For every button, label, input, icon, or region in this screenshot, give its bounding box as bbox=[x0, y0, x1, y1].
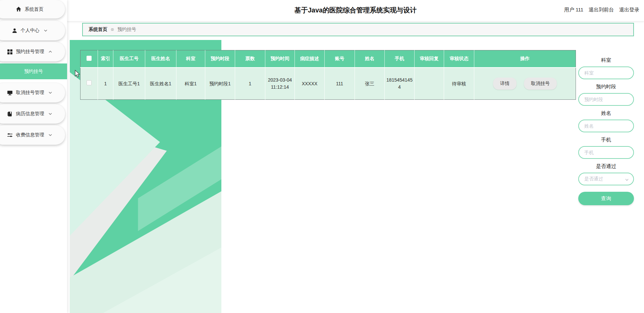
sidebar-subitem-label: 预约挂号 bbox=[24, 69, 43, 75]
select-all-checkbox[interactable] bbox=[87, 56, 92, 61]
select-all-cell bbox=[80, 50, 98, 68]
chevron-down-icon bbox=[625, 177, 629, 182]
col-header-phone: 手机 bbox=[385, 50, 415, 68]
department-label: 科室 bbox=[601, 57, 611, 63]
department-input[interactable] bbox=[578, 66, 634, 79]
col-header-actions: 操作 bbox=[474, 50, 576, 68]
col-header-symptoms: 病症描述 bbox=[295, 50, 325, 68]
appointment-table: 索引 医生工号 医生姓名 科室 预约时段 票数 预约时间 病症描述 账号 姓名 … bbox=[80, 50, 576, 100]
sidebar-item-cancel-mgmt[interactable]: 取消挂号管理 bbox=[0, 83, 65, 102]
phone-label: 手机 bbox=[601, 137, 611, 143]
logout-link[interactable]: 退出登录 bbox=[619, 7, 639, 13]
col-header-tickets: 票数 bbox=[235, 50, 265, 68]
chevron-down-icon bbox=[44, 29, 48, 33]
name-input[interactable] bbox=[578, 120, 634, 132]
cell-doctor-id: 医生工号1 bbox=[113, 68, 145, 100]
cell-name: 张三 bbox=[355, 68, 385, 100]
cell-phone: 18154541454 bbox=[385, 68, 415, 100]
current-user-label: 用户 111 bbox=[564, 7, 583, 13]
cell-actions: 详情 取消挂号 bbox=[474, 68, 576, 100]
detail-button[interactable]: 详情 bbox=[493, 78, 517, 90]
cell-appointment-time: 2023-03-04 11:12:14 bbox=[265, 68, 295, 100]
sidebar-item-appointment-mgmt[interactable]: 预约挂号管理 bbox=[0, 42, 65, 61]
sidebar-item-label: 取消挂号管理 bbox=[16, 90, 44, 96]
col-header-doctor-name: 医生姓名 bbox=[145, 50, 176, 68]
sidebar-item-fee-mgmt[interactable]: 收费信息管理 bbox=[0, 125, 65, 145]
cell-index: 1 bbox=[98, 68, 113, 100]
col-header-doctor-id: 医生工号 bbox=[113, 50, 145, 68]
query-button[interactable]: 查询 bbox=[578, 192, 634, 205]
row-checkbox[interactable] bbox=[87, 80, 92, 85]
sidebar-item-home[interactable]: 系统首页 bbox=[0, 0, 65, 18]
cell-review-status: 待审核 bbox=[444, 68, 474, 100]
cell-time-slot: 预约时段1 bbox=[205, 68, 235, 100]
chevron-up-icon bbox=[48, 50, 52, 54]
cell-symptoms: XXXXX bbox=[295, 68, 325, 100]
chevron-down-icon bbox=[48, 91, 52, 95]
sidebar-item-label: 系统首页 bbox=[25, 6, 44, 12]
cell-doctor-name: 医生姓名1 bbox=[145, 68, 176, 100]
col-header-review-status: 审核状态 bbox=[444, 50, 474, 68]
cell-review-reply bbox=[415, 68, 444, 100]
table-header-row: 索引 医生工号 医生姓名 科室 预约时段 票数 预约时间 病症描述 账号 姓名 … bbox=[80, 50, 576, 68]
time-slot-label: 预约时段 bbox=[596, 84, 616, 90]
monitor-icon bbox=[7, 90, 13, 96]
sidebar-item-label: 个人中心 bbox=[21, 28, 40, 34]
appointment-table-wrap: 索引 医生工号 医生姓名 科室 预约时段 票数 预约时间 病症描述 账号 姓名 … bbox=[80, 50, 576, 100]
sidebar-item-label: 预约挂号管理 bbox=[16, 49, 44, 55]
sidebar-subitem-appointment-active[interactable]: 预约挂号 bbox=[0, 63, 67, 79]
name-label: 姓名 bbox=[601, 110, 611, 117]
page-title: 基于Java的医院综合管理系统实现与设计 bbox=[67, 6, 644, 15]
sidebar-item-medical-record-mgmt[interactable]: 病历信息管理 bbox=[0, 104, 65, 124]
cell-account: 111 bbox=[325, 68, 355, 100]
time-slot-input[interactable] bbox=[578, 93, 634, 106]
phone-input[interactable] bbox=[578, 146, 634, 159]
cancel-registration-button[interactable]: 取消挂号 bbox=[524, 78, 557, 90]
col-header-account: 账号 bbox=[325, 50, 355, 68]
sidebar-item-label: 收费信息管理 bbox=[16, 132, 44, 138]
approval-select[interactable]: 是否通过 bbox=[578, 173, 634, 185]
app-window: 系统首页 个人中心 预约挂号管理 预约挂号 取消挂号管理 病历信息管理 收费信息… bbox=[0, 0, 644, 313]
col-header-appointment-time: 预约时间 bbox=[265, 50, 295, 68]
grid-icon bbox=[7, 49, 13, 55]
chevron-down-icon bbox=[48, 112, 52, 116]
breadcrumb-current: 预约挂号 bbox=[117, 27, 136, 33]
breadcrumb-home[interactable]: 系统首页 bbox=[89, 27, 107, 33]
sidebar-item-personal-center[interactable]: 个人中心 bbox=[0, 21, 65, 40]
sliders-icon bbox=[7, 132, 13, 138]
user-icon bbox=[12, 28, 17, 34]
cell-tickets: 1 bbox=[235, 68, 265, 100]
approval-select-placeholder: 是否通过 bbox=[584, 176, 603, 182]
table-row: 1 医生工号1 医生姓名1 科室1 预约时段1 1 2023-03-04 11:… bbox=[80, 68, 576, 100]
breadcrumb: 系统首页 预约挂号 bbox=[82, 23, 634, 36]
home-icon bbox=[16, 6, 21, 12]
col-header-time-slot: 预约时段 bbox=[205, 50, 235, 68]
book-icon bbox=[7, 111, 13, 117]
cell-department: 科室1 bbox=[176, 68, 205, 100]
col-header-index: 索引 bbox=[98, 50, 113, 68]
col-header-review-reply: 审核回复 bbox=[415, 50, 444, 68]
col-header-department: 科室 bbox=[176, 50, 205, 68]
breadcrumb-separator-icon bbox=[110, 28, 114, 32]
sidebar-item-label: 病历信息管理 bbox=[16, 111, 44, 117]
approval-label: 是否通过 bbox=[596, 163, 616, 170]
row-select-cell bbox=[80, 68, 98, 100]
search-panel: 科室 预约时段 姓名 手机 是否通过 是否通过 查询 bbox=[578, 57, 634, 205]
header-links: 用户 111 退出到前台 退出登录 bbox=[564, 7, 639, 13]
top-header: 基于Java的医院综合管理系统实现与设计 用户 111 退出到前台 退出登录 bbox=[67, 0, 644, 21]
exit-to-front-link[interactable]: 退出到前台 bbox=[589, 7, 614, 13]
chevron-down-icon bbox=[48, 133, 52, 137]
col-header-name: 姓名 bbox=[355, 50, 385, 68]
sidebar: 系统首页 个人中心 预约挂号管理 预约挂号 取消挂号管理 病历信息管理 收费信息… bbox=[0, 0, 67, 313]
